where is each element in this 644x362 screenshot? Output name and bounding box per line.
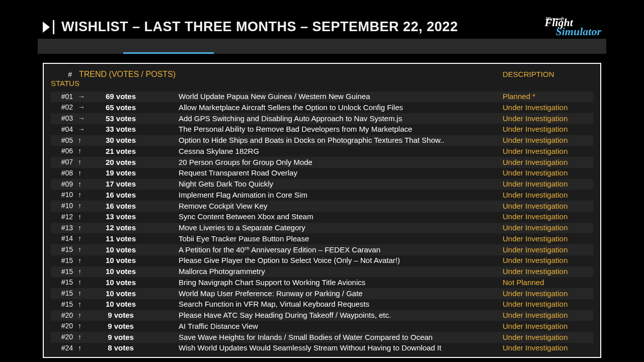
cell-description: Add GPS Switching and Disabling Auto App… (179, 114, 503, 124)
cell-status: Under Investigation (503, 322, 593, 331)
cell-rank: #01 (51, 93, 75, 102)
trend-arrow-icon: ↑ (75, 344, 93, 353)
table-row: #15↑10 votesBring Navigraph Chart Suppor… (51, 277, 593, 288)
cell-description: Please Have ATC Say Heading During Takeo… (179, 311, 503, 320)
cell-rank: #24 (51, 344, 75, 353)
cell-status: Under Investigation (503, 191, 593, 200)
page-title: WISHLIST – LAST THREE MONTHS – SEPTEMBER… (61, 19, 458, 35)
trend-arrow-icon: ↑ (75, 322, 93, 331)
cell-votes: 10 votes (93, 267, 179, 277)
trend-arrow-icon: → (75, 103, 93, 112)
cell-votes: 69 votes (93, 92, 179, 102)
cell-votes: 8 votes (93, 343, 179, 353)
cell-status: Under Investigation (503, 136, 593, 145)
cell-votes: 9 votes (93, 322, 179, 331)
cell-description: Night Gets Dark Too Quickly (179, 179, 503, 189)
trend-arrow-icon: ↑ (75, 169, 93, 178)
cell-description: Option to Hide Ships and Boats in Docks … (179, 136, 503, 145)
table-row: #15↑10 votesPlease Give Player the Optio… (51, 255, 593, 266)
cell-rank: #03 (51, 114, 75, 123)
cell-rank: #14 (51, 234, 75, 243)
trend-arrow-icon: ↑ (75, 267, 93, 277)
table-row: #06↑21 votesCessna Skylane 182RGUnder In… (51, 146, 593, 157)
table-row: #20↑9 votesPlease Have ATC Say Heading D… (51, 310, 593, 321)
table-row: #15↑10 votesSearch Function in VFR Map, … (51, 299, 593, 310)
cell-rank: #20 (51, 322, 75, 331)
slide: WISHLIST – LAST THREE MONTHS – SEPTEMBER… (0, 0, 644, 362)
trend-arrow-icon: ↑ (75, 311, 93, 320)
table-row: #13↑12 votesMove Liveries to a Separate … (51, 223, 593, 234)
cell-status: Not Planned (503, 278, 593, 288)
cell-description: Save Wave Heights for Inlands / Small Bo… (179, 333, 503, 342)
trend-arrow-icon: ↑ (75, 202, 93, 211)
cell-status: Planned * (503, 92, 593, 102)
cell-votes: 30 votes (93, 136, 179, 145)
cell-status: Under Investigation (503, 256, 593, 265)
table-row: #15↑10 votesA Petition for the 40ᵗʰ Anni… (51, 244, 593, 255)
col-status: STATUS (51, 79, 75, 87)
cell-rank: #15 (51, 300, 75, 309)
trend-arrow-icon: ↑ (75, 224, 93, 233)
cell-rank: #05 (51, 136, 75, 145)
trend-arrow-icon: ↑ (75, 256, 93, 265)
col-rank: # (51, 70, 75, 78)
cell-status: Under Investigation (503, 223, 593, 233)
logo-brand: Microsoft (546, 17, 564, 21)
cell-votes: 33 votes (93, 125, 179, 134)
cell-status: Under Investigation (503, 202, 593, 211)
cell-description: Cessna Skylane 182RG (179, 147, 503, 156)
col-trend: TREND (VOTES / POSTS) (75, 70, 179, 79)
table-row: #04→33 votesThe Personal Ability to Remo… (51, 124, 593, 135)
cell-rank: #20 (51, 333, 75, 342)
cell-votes: 16 votes (93, 191, 179, 200)
cell-description: World Map User Preference: Runway or Par… (179, 289, 503, 299)
cell-description: 20 Person Groups for Group Only Mode (179, 158, 503, 167)
trend-arrow-icon: ↑ (75, 333, 93, 342)
cell-rank: #04 (51, 125, 75, 134)
cell-votes: 10 votes (93, 245, 179, 255)
table-body: #01→69 votesWorld Update Papua New Guine… (51, 92, 593, 354)
cell-status: Under Investigation (503, 158, 593, 167)
cell-description: Tobii Eye Tracker Pause Button Please (179, 234, 503, 244)
cell-description: Sync Content Between Xbox and Steam (179, 212, 503, 222)
cell-rank: #15 (51, 289, 75, 298)
table-row: #10↑16 votesRemove Cockpit View KeyUnder… (51, 201, 593, 212)
cell-rank: #15 (51, 267, 75, 277)
trend-arrow-icon: ↑ (75, 300, 93, 309)
logo-line2: Simulator (556, 27, 601, 37)
cell-description: Request Transparent Road Overlay (179, 168, 503, 178)
cell-status: Under Investigation (503, 168, 593, 178)
table-row: #12↑13 votesSync Content Between Xbox an… (51, 212, 593, 223)
trend-arrow-icon: → (75, 125, 93, 134)
cell-status: Under Investigation (503, 125, 593, 134)
cell-status: Under Investigation (503, 179, 593, 189)
trend-arrow-icon: ↑ (75, 136, 93, 145)
cell-status: Under Investigation (503, 343, 593, 353)
table-row: #15↑10 votesMallorca PhotogrammetryUnder… (51, 266, 593, 278)
cell-description: AI Traffic Distance View (179, 322, 503, 331)
table-row: #01→69 votesWorld Update Papua New Guine… (51, 92, 593, 103)
cell-votes: 10 votes (93, 278, 179, 288)
cell-description: Please Give Player the Option to Select … (179, 256, 503, 265)
trend-arrow-icon: ↑ (75, 213, 93, 222)
cell-votes: 10 votes (93, 256, 179, 265)
cell-votes: 12 votes (93, 223, 179, 233)
trend-arrow-icon: → (75, 114, 93, 123)
cell-rank: #15 (51, 278, 75, 287)
cell-description: A Petition for the 40ᵗʰ Anniversary Edit… (179, 245, 503, 255)
cell-status: Under Investigation (503, 147, 593, 156)
trend-arrow-icon: ↑ (75, 158, 93, 167)
cell-status: Under Investigation (503, 103, 593, 113)
cell-rank: #20 (51, 311, 75, 320)
cell-votes: 10 votes (93, 289, 179, 299)
table-row: #08↑19 votesRequest Transparent Road Ove… (51, 168, 593, 179)
cell-rank: #10 (51, 202, 75, 211)
cell-rank: #06 (51, 147, 75, 156)
cell-rank: #09 (51, 180, 75, 189)
cell-status: Under Investigation (503, 289, 593, 299)
cell-votes: 11 votes (93, 234, 179, 244)
cell-status: Under Investigation (503, 267, 593, 277)
divider-icon (53, 20, 54, 34)
table-row: #07↑20 votes20 Person Groups for Group O… (51, 157, 593, 168)
cell-rank: #15 (51, 245, 75, 254)
